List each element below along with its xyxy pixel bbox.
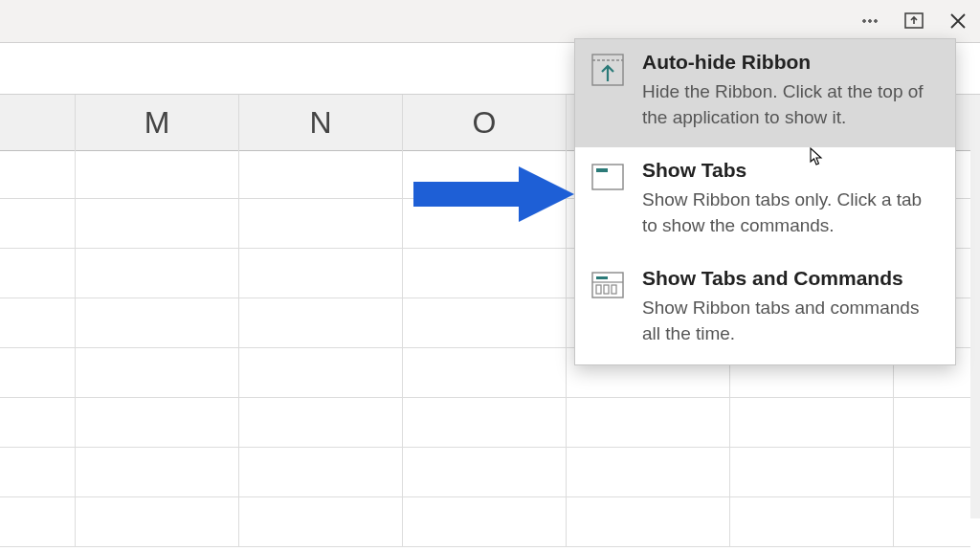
svg-point-2 xyxy=(875,20,878,23)
svg-point-1 xyxy=(869,20,872,23)
column-header-m[interactable]: M xyxy=(76,95,239,150)
ellipsis-icon[interactable] xyxy=(848,0,892,42)
annotation-arrow-icon xyxy=(413,161,576,228)
svg-rect-11 xyxy=(596,285,601,294)
menu-item-text: Auto-hide Ribbon Hide the Ribbon. Click … xyxy=(642,51,942,130)
svg-marker-14 xyxy=(413,166,574,222)
column-header-o[interactable]: O xyxy=(403,95,567,150)
auto-hide-ribbon-icon xyxy=(589,51,627,89)
menu-item-auto-hide-ribbon[interactable]: Auto-hide Ribbon Hide the Ribbon. Click … xyxy=(575,39,955,147)
menu-item-text: Show Tabs and Commands Show Ribbon tabs … xyxy=(642,267,942,346)
menu-item-desc: Show Ribbon tabs only. Click a tab to sh… xyxy=(642,187,942,238)
menu-item-show-tabs[interactable]: Show Tabs Show Ribbon tabs only. Click a… xyxy=(575,147,955,255)
column-header-n[interactable]: N xyxy=(239,95,403,150)
titlebar-controls xyxy=(848,0,980,42)
show-tabs-commands-icon xyxy=(589,267,627,305)
menu-item-show-tabs-commands[interactable]: Show Tabs and Commands Show Ribbon tabs … xyxy=(575,255,955,364)
svg-rect-6 xyxy=(592,165,623,189)
menu-item-title: Show Tabs xyxy=(642,159,942,182)
show-tabs-icon xyxy=(589,159,627,197)
menu-item-desc: Show Ribbon tabs and commands all the ti… xyxy=(642,296,942,346)
close-icon[interactable] xyxy=(936,0,980,42)
menu-item-title: Show Tabs and Commands xyxy=(642,267,942,290)
svg-rect-13 xyxy=(612,285,616,294)
menu-item-text: Show Tabs Show Ribbon tabs only. Click a… xyxy=(642,159,942,238)
ribbon-display-options-icon[interactable] xyxy=(892,0,936,42)
svg-point-0 xyxy=(863,20,866,23)
titlebar xyxy=(0,0,980,43)
ribbon-display-options-menu: Auto-hide Ribbon Hide the Ribbon. Click … xyxy=(574,38,956,365)
vertical-scrollbar[interactable] xyxy=(970,149,980,518)
svg-rect-12 xyxy=(604,285,609,294)
menu-item-desc: Hide the Ribbon. Click at the top of the… xyxy=(642,79,942,130)
menu-item-title: Auto-hide Ribbon xyxy=(642,51,942,74)
svg-rect-7 xyxy=(596,168,608,172)
svg-rect-9 xyxy=(596,276,608,279)
column-header-blank[interactable] xyxy=(0,95,76,150)
